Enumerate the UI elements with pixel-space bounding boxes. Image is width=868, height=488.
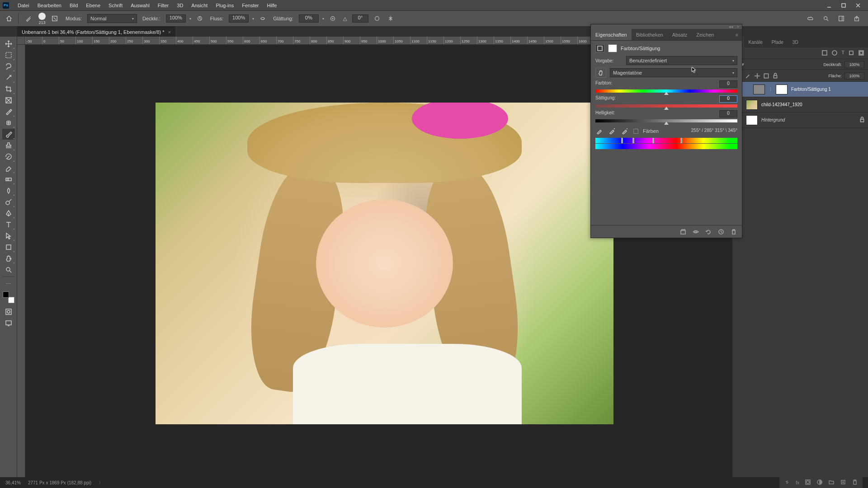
crop-tool[interactable] (2, 84, 15, 94)
menu-image[interactable]: Bild (66, 0, 82, 10)
tool-preset-icon[interactable] (22, 12, 35, 25)
layer-opacity-input[interactable]: 100% (844, 61, 864, 68)
blur-tool[interactable] (2, 185, 15, 196)
hue-slider[interactable] (595, 89, 737, 93)
lock-paint-icon[interactable] (745, 73, 751, 79)
tab-paragraph[interactable]: Absatz (668, 29, 692, 40)
toggle-visibility-icon[interactable] (692, 228, 699, 235)
eyedropper-icon[interactable] (595, 127, 604, 135)
opacity-pressure-icon[interactable] (195, 14, 205, 23)
path-select-tool[interactable] (2, 230, 15, 241)
filter-shape-icon[interactable] (848, 50, 854, 57)
lasso-tool[interactable] (2, 61, 15, 72)
saturation-slider[interactable] (595, 104, 737, 108)
filter-type-icon[interactable]: T (841, 50, 844, 57)
tab-properties[interactable]: Eigenschaften (591, 29, 632, 40)
opacity-dropdown-icon[interactable]: ▾ (189, 17, 191, 21)
search-icon[interactable] (821, 14, 831, 23)
flow-input[interactable]: 100% (229, 14, 249, 23)
group-icon[interactable] (828, 479, 835, 486)
lock-artboard-icon[interactable] (763, 73, 769, 79)
menu-help[interactable]: Hilfe (263, 0, 281, 10)
range-marker[interactable] (632, 138, 634, 143)
brush-tool[interactable] (2, 129, 15, 140)
range-marker[interactable] (621, 138, 623, 143)
tab-channels[interactable]: Kanäle (744, 37, 767, 47)
quickmask-icon[interactable] (2, 306, 15, 317)
workspace-icon[interactable] (836, 14, 846, 23)
doc-info-chevron-icon[interactable]: 〉 (99, 479, 103, 486)
menu-edit[interactable]: Bearbeiten (33, 0, 66, 10)
blend-mode-select[interactable]: Normal▾ (87, 14, 137, 23)
close-panel-icon[interactable]: × (737, 24, 739, 29)
screenmode-icon[interactable] (2, 318, 15, 328)
brush-panel-toggle-icon[interactable] (49, 13, 60, 24)
document-image[interactable] (156, 103, 613, 424)
colorize-checkbox[interactable] (633, 129, 638, 134)
share-icon[interactable] (852, 14, 862, 23)
wand-tool[interactable] (2, 72, 15, 83)
saturation-input[interactable]: 0 (719, 95, 737, 103)
lightness-input[interactable]: 0 (719, 110, 737, 117)
shape-tool[interactable] (2, 242, 15, 253)
layer-row[interactable]: child-1423447_1920 (732, 97, 868, 113)
tab-character[interactable]: Zeichen (692, 29, 718, 40)
preset-select[interactable]: Benutzerdefiniert▾ (626, 56, 737, 65)
filter-pixel-icon[interactable] (821, 50, 828, 57)
reset-defaults-icon[interactable] (717, 228, 725, 235)
color-range-top[interactable] (595, 138, 737, 143)
mask-icon[interactable] (608, 44, 617, 52)
eyedropper-tool[interactable] (2, 106, 15, 117)
stamp-tool[interactable] (2, 140, 15, 151)
zoom-level[interactable]: 36,41% (5, 480, 21, 485)
lightness-slider[interactable] (595, 119, 737, 122)
mask-thumb[interactable] (776, 84, 788, 94)
clip-to-layer-icon[interactable] (679, 228, 687, 235)
reset-previous-icon[interactable] (705, 228, 712, 235)
history-brush-tool[interactable] (2, 151, 15, 162)
layer-fill-input[interactable]: 100% (844, 72, 864, 80)
ruler-vertical[interactable] (17, 45, 25, 477)
menu-filter[interactable]: Filter (154, 0, 173, 10)
lock-icon[interactable] (859, 117, 865, 124)
marquee-tool[interactable] (2, 50, 15, 61)
hand-tool[interactable] (2, 253, 15, 264)
lock-all-icon[interactable] (772, 73, 778, 79)
window-close[interactable] (851, 0, 865, 10)
tab-paths[interactable]: Pfade (767, 37, 788, 47)
opacity-input[interactable]: 100% (166, 14, 186, 23)
type-tool[interactable] (2, 219, 15, 230)
layer-style-icon[interactable]: fx (796, 480, 799, 485)
slider-thumb[interactable] (664, 107, 669, 110)
layer-thumb[interactable] (746, 100, 758, 110)
smoothing-dropdown-icon[interactable]: ▾ (322, 17, 324, 21)
delete-layer-icon[interactable] (852, 479, 858, 486)
smoothing-options-icon[interactable] (328, 14, 338, 23)
background-color-swatch[interactable] (8, 297, 14, 303)
range-marker[interactable] (680, 138, 682, 143)
layer-row[interactable]: Hintergrund (732, 113, 868, 128)
menu-plugins[interactable]: Plug-ins (212, 0, 238, 10)
window-minimize[interactable] (822, 0, 836, 10)
layer-name[interactable]: Hintergrund (761, 117, 785, 122)
close-tab-icon[interactable]: × (168, 29, 171, 35)
document-tab[interactable]: Unbenannt-1 bei 36,4% (Farbton/Sättigung… (17, 27, 175, 37)
layer-name[interactable]: child-1423447_1920 (761, 102, 802, 107)
eyedropper-subtract-icon[interactable] (621, 127, 629, 135)
airbrush-icon[interactable] (258, 14, 268, 23)
home-icon[interactable] (4, 13, 14, 24)
filter-smart-icon[interactable] (858, 50, 864, 57)
slider-thumb[interactable] (664, 122, 669, 125)
brush-preview[interactable]: 213 (38, 13, 46, 25)
eyedropper-add-icon[interactable] (608, 127, 616, 135)
dodge-tool[interactable] (2, 197, 15, 207)
menu-file[interactable]: Datei (14, 0, 33, 10)
layer-row[interactable]: ⋮ Farbton/Sättigung 1 (732, 82, 868, 97)
cloud-docs-icon[interactable] (806, 14, 816, 23)
flow-dropdown-icon[interactable]: ▾ (252, 17, 254, 21)
smoothing-input[interactable]: 0% (299, 14, 319, 23)
collapse-icon[interactable]: ◂◂ (729, 24, 733, 29)
menu-select[interactable]: Auswahl (127, 0, 154, 10)
range-marker[interactable] (652, 138, 654, 143)
pen-tool[interactable] (2, 208, 15, 219)
